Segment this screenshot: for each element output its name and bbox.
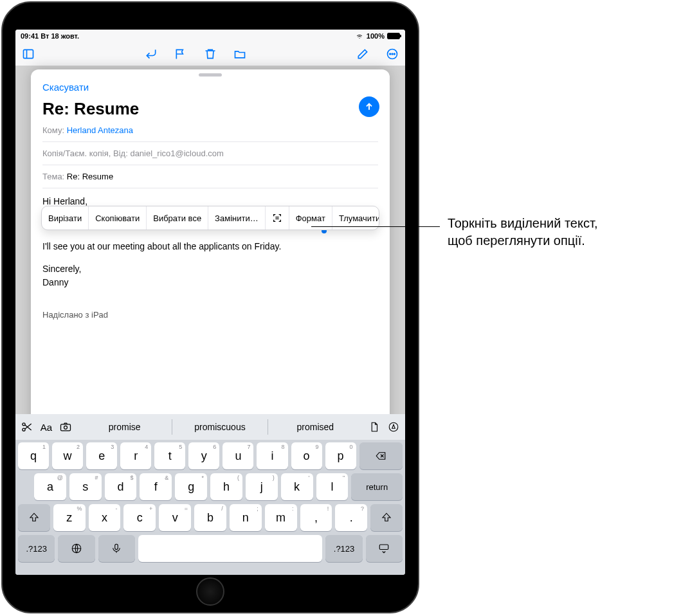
key-r[interactable]: r4 <box>120 442 151 469</box>
scan-text-icon <box>272 213 282 223</box>
body-paragraph-2: I'll see you at our meeting about all th… <box>42 240 378 253</box>
scissors-icon[interactable] <box>19 419 35 435</box>
suggestion-3[interactable]: promised <box>268 419 363 435</box>
key-y[interactable]: y6 <box>188 442 219 469</box>
subject-field[interactable]: Тема: Re: Resume <box>42 165 378 188</box>
sheet-grabber[interactable] <box>199 73 222 77</box>
markup-icon[interactable] <box>386 419 401 435</box>
svg-rect-12 <box>115 544 118 549</box>
edit-select-all[interactable]: Вибрати все <box>147 206 208 230</box>
status-time: 09:41 Вт 18 жовт. <box>21 32 79 40</box>
numbers-key-right[interactable]: .?123 <box>325 535 362 562</box>
status-right: 100% <box>355 32 400 40</box>
key-c[interactable]: c+ <box>123 504 156 531</box>
key-f[interactable]: f& <box>140 473 172 500</box>
key-,[interactable]: ,! <box>300 504 332 531</box>
keyboard-row-2: a@s#d$f&g*h(j)k'l"return <box>18 473 403 500</box>
suggestion-1[interactable]: promise <box>77 419 172 435</box>
key-s[interactable]: s# <box>69 473 102 500</box>
keyboard-rows: q1w2e3r4t5y6u7i8o9p0 a@s#d$f&g*h(j)k'l"r… <box>15 440 405 575</box>
globe-icon <box>71 543 82 554</box>
svg-point-3 <box>390 53 391 55</box>
camera-scan-icon[interactable] <box>58 419 73 435</box>
compose-icon[interactable] <box>356 48 369 60</box>
svg-rect-0 <box>24 50 33 58</box>
key-j[interactable]: j) <box>246 473 278 500</box>
mail-toolbar-background <box>15 42 405 66</box>
body-signoff: Sincerely, Danny <box>42 262 378 289</box>
key-t[interactable]: t5 <box>154 442 185 469</box>
delete-icon <box>375 450 386 462</box>
text-format-icon[interactable]: Aa <box>39 419 54 435</box>
more-icon[interactable] <box>386 48 399 60</box>
edit-scan-text[interactable] <box>266 206 289 230</box>
space-key[interactable] <box>138 535 323 562</box>
key-i[interactable]: i8 <box>257 442 287 469</box>
compose-sheet: Скасувати Re: Resume Кому: Herland Antez… <box>31 69 390 440</box>
svg-point-4 <box>392 53 393 55</box>
folder-icon[interactable] <box>233 48 246 60</box>
key-l[interactable]: l" <box>316 473 349 500</box>
key-z[interactable]: z% <box>53 504 86 531</box>
to-field[interactable]: Кому: Herland Antezana <box>42 119 378 142</box>
key-p[interactable]: p0 <box>325 442 356 469</box>
svg-point-5 <box>394 53 395 55</box>
delete-key[interactable] <box>359 442 403 469</box>
compose-title: Re: Resume <box>42 99 378 119</box>
svg-point-9 <box>64 426 68 429</box>
keyboard-dismiss-icon <box>378 543 390 554</box>
callout-leader-line <box>311 226 440 227</box>
shift-key[interactable] <box>18 504 50 531</box>
shift-key-right[interactable] <box>370 504 403 531</box>
key-u[interactable]: u7 <box>222 442 253 469</box>
trash-icon[interactable] <box>204 48 217 60</box>
edit-cut[interactable]: Вирізати <box>42 206 89 230</box>
shift-icon <box>28 512 40 523</box>
key-b[interactable]: b/ <box>194 504 226 531</box>
sidebar-icon[interactable] <box>22 48 35 60</box>
cancel-button[interactable]: Скасувати <box>42 82 378 93</box>
keyboard-row-1: q1w2e3r4t5y6u7i8o9p0 <box>18 442 403 469</box>
return-key[interactable]: return <box>351 473 403 500</box>
home-button[interactable] <box>196 577 224 606</box>
flag-icon[interactable] <box>174 48 187 60</box>
edit-replace[interactable]: Замінити… <box>208 206 266 230</box>
key-a[interactable]: a@ <box>34 473 66 500</box>
cc-bcc-from-field[interactable]: Копія/Таєм. копія, Від: daniel_rico1@icl… <box>42 142 378 165</box>
cc-value: daniel_rico1@icloud.com <box>130 149 223 158</box>
dictation-key[interactable] <box>98 535 135 562</box>
document-icon[interactable] <box>367 419 382 435</box>
battery-percent: 100% <box>367 32 385 40</box>
key-w[interactable]: w2 <box>52 442 83 469</box>
suggestion-2[interactable]: promiscuous <box>172 419 268 435</box>
keyboard-row-4: .?123 .?123 <box>18 535 403 562</box>
edit-copy[interactable]: Скопіювати <box>89 206 147 230</box>
key-g[interactable]: g* <box>175 473 207 500</box>
dismiss-keyboard-key[interactable] <box>366 535 403 562</box>
svg-rect-8 <box>61 424 71 431</box>
send-button[interactable] <box>359 96 379 117</box>
key-e[interactable]: e3 <box>86 442 117 469</box>
key-q[interactable]: q1 <box>18 442 49 469</box>
key-k[interactable]: k' <box>281 473 313 500</box>
reply-icon[interactable] <box>145 48 158 60</box>
numbers-key-left[interactable]: .?123 <box>18 535 55 562</box>
key-n[interactable]: n; <box>230 504 262 531</box>
to-label: Кому: <box>42 125 64 135</box>
key-.[interactable]: .? <box>335 504 367 531</box>
wifi-icon <box>355 32 364 40</box>
callout-text: Торкніть виділений текст, щоб переглянут… <box>448 215 673 249</box>
key-d[interactable]: d$ <box>105 473 137 500</box>
subject-label: Тема: <box>42 172 64 181</box>
key-h[interactable]: h( <box>210 473 242 500</box>
key-x[interactable]: x- <box>89 504 121 531</box>
key-m[interactable]: m: <box>265 504 297 531</box>
to-value[interactable]: Herland Antezana <box>67 125 133 135</box>
svg-rect-13 <box>380 545 389 550</box>
suggestion-bar: promise promiscuous promised <box>77 419 363 435</box>
key-v[interactable]: v= <box>159 504 191 531</box>
key-o[interactable]: o9 <box>291 442 322 469</box>
microphone-icon <box>111 543 122 554</box>
cc-label: Копія/Таєм. копія, Від: <box>42 149 128 158</box>
globe-key[interactable] <box>58 535 95 562</box>
